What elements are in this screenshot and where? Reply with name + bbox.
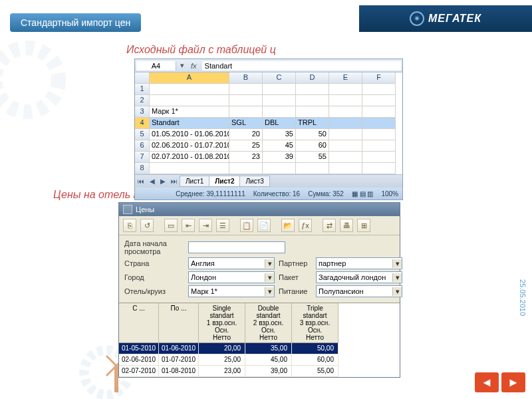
sheet-tab[interactable]: Лист2 [209,176,240,187]
toolbar-button[interactable]: 🖶 [340,219,353,232]
city-select[interactable]: Лондон▾ [188,271,275,283]
price-cell[interactable]: 35,00 [245,343,292,354]
cell[interactable] [329,106,362,118]
row-header[interactable]: 6 [135,140,150,152]
toolbar-button[interactable]: 📄 [257,219,271,232]
cell[interactable] [362,118,396,129]
toolbar-button[interactable]: ƒx [299,219,312,232]
price-cell[interactable]: 02-06-2010 [119,354,159,366]
tab-nav-next[interactable]: ▶ [158,178,168,185]
sheet-tab[interactable]: Лист1 [180,176,209,187]
cell[interactable] [329,140,362,152]
cell[interactable] [329,84,362,95]
cell[interactable]: 45 [263,140,296,152]
row-header[interactable]: 3 [135,106,150,118]
col-to[interactable]: По ... [159,303,199,343]
toolbar-button[interactable]: 📋 [240,219,253,232]
excel-grid[interactable]: A B C D E F 123Марк 1*4StandartSGLDBLTRP… [135,72,402,174]
cell[interactable] [150,163,229,174]
cell[interactable]: TRPL [296,118,329,129]
nav-next-button[interactable]: ► [501,372,525,392]
cell[interactable] [362,129,396,140]
price-cell[interactable]: 23,00 [199,366,245,377]
cell[interactable]: SGL [229,118,263,129]
cell[interactable] [362,106,396,118]
dropdown-icon[interactable]: ▾ [178,61,187,70]
price-cell[interactable]: 01-06-2010 [159,343,199,354]
cell[interactable] [362,84,396,95]
cell[interactable]: 02.06.2010 - 01.07.2010 [150,140,229,152]
tab-nav-first[interactable]: ⏮ [135,178,147,185]
col-header[interactable]: A [150,72,229,84]
toolbar-button[interactable]: ⎘ [123,219,136,232]
row-header[interactable]: 7 [135,152,150,163]
cell[interactable]: 01.05.2010 - 01.06.2010 [150,129,229,140]
cell[interactable]: 39 [263,152,296,163]
zoom-level[interactable]: 100% [381,190,398,198]
cell[interactable]: 20 [229,129,263,140]
cell[interactable] [329,129,362,140]
cell[interactable] [362,163,396,174]
cell[interactable] [362,152,396,163]
toolbar-button[interactable]: ⇤ [182,219,195,232]
tab-nav-last[interactable]: ⏭ [168,178,180,185]
cell[interactable]: 02.07.2010 - 01.08.2010 [150,152,229,163]
cell[interactable]: DBL [263,118,296,129]
cell[interactable]: Standart [150,118,229,129]
row-header[interactable]: 2 [135,95,150,106]
hotel-select[interactable]: Марк 1*▾ [188,285,275,297]
cell[interactable] [329,118,362,129]
cell[interactable] [263,95,296,106]
toolbar-button[interactable]: 📂 [281,219,295,232]
cell[interactable] [263,163,296,174]
cell[interactable] [296,163,329,174]
cell[interactable] [229,84,263,95]
cell[interactable] [296,106,329,118]
cell[interactable]: 55 [296,152,329,163]
price-cell[interactable]: 01-05-2010 [119,343,159,354]
cell[interactable] [229,106,263,118]
toolbar-button[interactable]: ☰ [216,219,229,232]
formula-bar[interactable]: Standart [202,61,401,70]
prices-grid[interactable]: С ... По ... Single standart 1 взр.осн. … [119,303,400,377]
cell[interactable]: 35 [263,129,296,140]
packet-select[interactable]: Загадочный лондон▾ [316,271,402,283]
price-cell[interactable]: 39,00 [245,366,292,377]
col-header[interactable]: C [263,72,296,84]
price-cell[interactable]: 45,00 [245,354,292,366]
cell[interactable] [150,84,229,95]
row-header[interactable]: 8 [135,163,150,174]
partner-select[interactable]: партнер▾ [316,257,402,269]
row-header[interactable]: 5 [135,129,150,140]
col-from[interactable]: С ... [119,303,159,343]
cell[interactable] [150,95,229,106]
meal-select[interactable]: Полупансион▾ [316,285,402,297]
cell[interactable]: Марк 1* [150,106,229,118]
cell[interactable]: 25 [229,140,263,152]
view-icons[interactable]: ▦ ▤ ▥ [352,190,374,198]
col-header[interactable]: B [229,72,263,84]
cell[interactable] [329,95,362,106]
cell[interactable] [362,95,396,106]
price-cell[interactable]: 02-07-2010 [119,366,159,377]
price-cell[interactable]: 50,00 [292,343,338,354]
price-cell[interactable]: 55,00 [292,366,338,377]
col-header[interactable]: E [329,72,362,84]
cell[interactable] [296,95,329,106]
cell[interactable]: 50 [296,129,329,140]
price-cell[interactable]: 01-07-2010 [159,354,199,366]
row-header[interactable]: 1 [135,84,150,95]
price-cell[interactable]: 20,00 [199,343,245,354]
nav-prev-button[interactable]: ◄ [475,372,499,392]
country-select[interactable]: Англия▾ [188,257,275,269]
tab-nav-prev[interactable]: ◀ [147,178,158,185]
col-header[interactable]: F [362,72,396,84]
cell[interactable]: 60 [296,140,329,152]
toolbar-button[interactable]: ↺ [140,219,154,232]
window-titlebar[interactable]: Цены [119,203,400,216]
price-cell[interactable]: 01-08-2010 [159,366,199,377]
price-cell[interactable]: 60,00 [292,354,338,366]
col-triple[interactable]: Triple standart 3 взр.осн. Осн. Нетто [292,303,338,343]
cell[interactable] [263,84,296,95]
cell[interactable] [329,152,362,163]
